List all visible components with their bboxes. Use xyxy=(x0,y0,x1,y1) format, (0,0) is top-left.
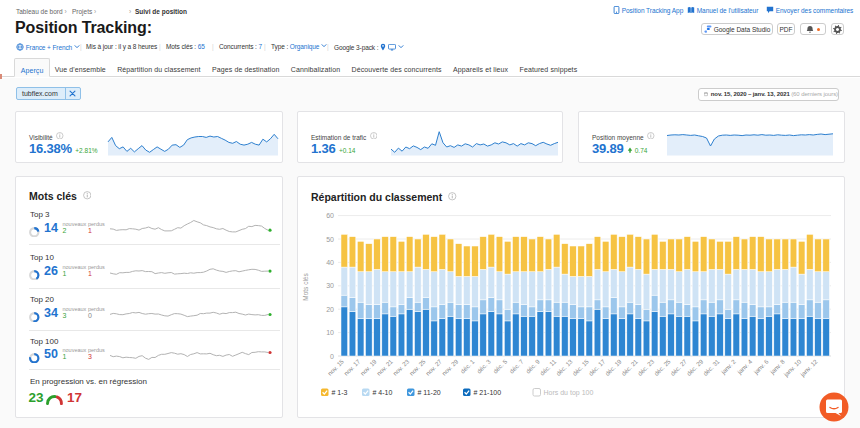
svg-text:déc. 25: déc. 25 xyxy=(652,357,672,377)
svg-text:Mots clés: Mots clés xyxy=(302,273,309,301)
svg-text:nov. 23: nov. 23 xyxy=(391,357,410,376)
svg-text:déc. 3: déc. 3 xyxy=(475,357,492,374)
svg-text:nov. 29: nov. 29 xyxy=(440,357,459,376)
svg-text:nov. 17: nov. 17 xyxy=(342,357,361,376)
svg-text:déc. 15: déc. 15 xyxy=(571,357,591,377)
svg-text:déc. 29: déc. 29 xyxy=(685,357,705,377)
svg-text:janv. 4: janv. 4 xyxy=(735,357,754,376)
svg-text:déc. 13: déc. 13 xyxy=(554,357,574,377)
svg-text:nov. 15: nov. 15 xyxy=(326,357,345,376)
svg-text:déc. 31: déc. 31 xyxy=(701,357,721,377)
svg-text:60: 60 xyxy=(326,212,334,219)
svg-text:10: 10 xyxy=(326,329,334,336)
svg-text:janv. 6: janv. 6 xyxy=(751,357,770,376)
svg-text:40: 40 xyxy=(326,259,334,266)
svg-text:janv. 2: janv. 2 xyxy=(719,357,738,376)
svg-text:Hors du top 100: Hors du top 100 xyxy=(544,389,594,397)
svg-text:déc. 5: déc. 5 xyxy=(491,357,508,374)
svg-text:nov. 19: nov. 19 xyxy=(359,357,378,376)
svg-text:nov. 25: nov. 25 xyxy=(408,357,427,376)
svg-text:nov. 21: nov. 21 xyxy=(375,357,394,376)
svg-text:janv. 12: janv. 12 xyxy=(798,357,819,378)
svg-text:déc. 27: déc. 27 xyxy=(669,357,689,377)
svg-text:déc. 23: déc. 23 xyxy=(636,357,656,377)
svg-text:# 21-100: # 21-100 xyxy=(474,389,502,396)
svg-text:déc. 19: déc. 19 xyxy=(603,357,623,377)
svg-text:30: 30 xyxy=(326,282,334,289)
svg-text:# 4-10: # 4-10 xyxy=(373,389,393,396)
svg-text:# 1-3: # 1-3 xyxy=(332,389,348,396)
svg-text:50: 50 xyxy=(326,236,334,243)
svg-text:déc. 17: déc. 17 xyxy=(587,357,607,377)
svg-text:nov. 27: nov. 27 xyxy=(424,357,443,376)
svg-text:déc. 7: déc. 7 xyxy=(508,357,525,374)
svg-text:déc. 1: déc. 1 xyxy=(459,357,476,374)
svg-text:0: 0 xyxy=(330,353,334,360)
svg-text:janv. 10: janv. 10 xyxy=(782,357,803,378)
svg-text:déc. 21: déc. 21 xyxy=(620,357,640,377)
svg-text:20: 20 xyxy=(326,306,334,313)
svg-text:# 11-20: # 11-20 xyxy=(418,389,441,396)
